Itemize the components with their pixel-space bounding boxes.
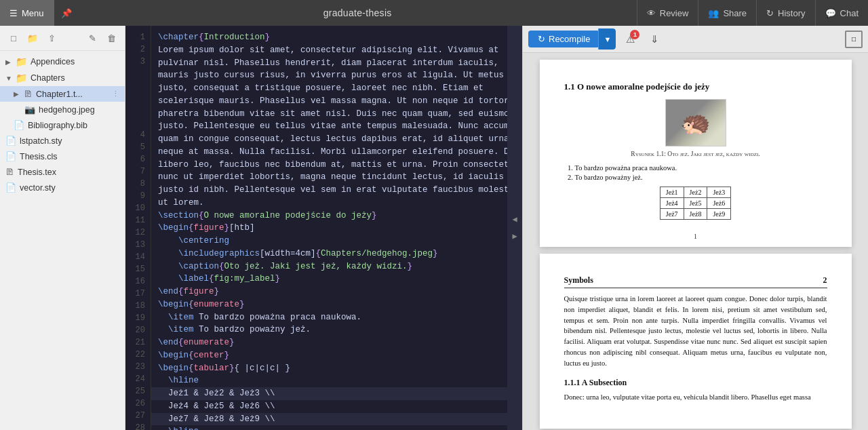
page2-number: 2 [823,275,827,286]
sidebar-item-label: Appendices [31,57,75,66]
sidebar-item-label: Chapter1.t... [36,90,83,99]
section-heading: 1.1 O nowe amoralne podejście do jeży [564,81,827,92]
sidebar-item-thesistex[interactable]: 🖹 Thesis.tex [0,164,125,180]
rename-button[interactable]: ✎ [84,30,100,46]
preview-table: Jeż1 Jeż2 Jeż3 Jeż4 Jeż5 Jeż6 Jeż7 Jeż8 … [660,187,731,220]
upload-button[interactable]: ⇧ [43,30,60,46]
topbar-actions: 👁 Review 👥 Share ↻ History 💬 Chat [637,0,868,26]
file-tree: ▶ 📁 Appendices ▼ 📁 Chapters ▶ 🖹 Chapter1… [0,51,125,430]
menu-label: Menu [22,8,44,18]
editor-side-arrows: ◀ ▶ [507,26,522,430]
line-numbers: 1 2 3 4 5 6 7 8 9 10 11 12 13 14 15 [125,26,151,430]
preview-pages[interactable]: 1.1 O nowe amoralne podejście do jeży Ry… [523,53,868,430]
history-button[interactable]: ↻ History [756,0,814,26]
preview-toolbar: ↻ Recompile ▼ ⚠ 1 ⇓ □ [523,26,868,53]
new-file-button[interactable]: □ [5,30,22,46]
hamburger-icon: ☰ [9,8,18,18]
maximize-preview-button[interactable]: □ [845,31,863,48]
list-item: To bardzo poważna praca naukowa. [575,164,827,172]
subsection-heading: 1.1.1 A Subsection [564,378,827,388]
folder-icon: 📁 [16,56,27,67]
figure-caption-text: Rysunek 1.1: Oto jeż. Jaki jest jeż, każ… [631,151,760,157]
chat-icon: 💬 [825,8,836,18]
preview-page-1: 1.1 O nowe amoralne podejście do jeży Ry… [540,60,852,247]
sidebar-item-label: Bibliography.bib [28,121,87,130]
page2-body: Quisque tristique urna in lorem laoreet … [564,294,827,368]
editor-left-arrow[interactable]: ◀ [512,214,517,224]
share-button[interactable]: 👥 Share [698,0,756,26]
editor-right-arrow[interactable]: ▶ [512,231,517,241]
sidebar-item-appendices[interactable]: ▶ 📁 Appendices [0,54,125,70]
sidebar-item-label: vector.sty [20,183,56,193]
topbar: ☰ Menu 📌 graduate-thesis 👁 Review 👥 Shar… [0,0,868,26]
chat-button[interactable]: 💬 Chat [815,0,868,26]
sidebar-toolbar: □ 📁 ⇧ ✎ 🗑 [0,26,125,51]
sidebar-item-label: Thesis.cls [20,152,58,161]
sidebar-item-hedgehog[interactable]: 📷 hedgehog.jpeg [0,102,125,117]
sidebar-item-chapters[interactable]: ▼ 📁 Chapters [0,70,125,86]
table-cell: Jeż7 [660,209,684,220]
editor-content[interactable]: 1 2 3 4 5 6 7 8 9 10 11 12 13 14 15 [125,26,522,430]
sidebar-item-label: lstpatch.sty [20,136,62,146]
hedgehog-image [665,99,726,146]
table-cell: Jeż2 [684,187,707,198]
code-editor: 1 2 3 4 5 6 7 8 9 10 11 12 13 14 15 [125,26,522,430]
review-button[interactable]: 👁 Review [637,0,698,26]
share-icon: 👥 [708,8,719,18]
expand-icon: ⋮ [112,90,119,98]
sidebar-item-thesiscls[interactable]: 📄 Thesis.cls [0,149,125,164]
download-icon: ⇓ [650,33,659,45]
chevron-right-icon: ▶ [14,90,20,98]
sidebar-item-label: Thesis.tex [18,168,56,177]
sidebar-item-label: hedgehog.jpeg [39,105,95,115]
subsection-body: Donec: urna leo, vulputate vitae porta e… [564,392,827,403]
sidebar: □ 📁 ⇧ ✎ 🗑 ▶ 📁 Appendices ▼ 📁 Chapters ▶ [0,26,125,430]
table-cell: Jeż9 [707,209,731,220]
review-icon: 👁 [647,8,656,18]
tex-file-icon: 🖹 [5,167,14,177]
menu-button[interactable]: ☰ Menu [0,0,54,26]
table-cell: Jeż6 [707,198,731,209]
symbols-title: Symbols [564,275,593,286]
figure-block: Rysunek 1.1: Oto jeż. Jaki jest jeż, każ… [564,99,827,157]
warning-badge: 1 [630,30,639,39]
table-row: Jeż7 Jeż8 Jeż9 [660,209,730,220]
download-button[interactable]: ⇓ [644,29,665,50]
sidebar-item-label: Chapters [31,73,65,83]
app-title: graduate-thesis [79,7,637,18]
enumerate-list: To bardzo poważna praca naukowa. To bard… [575,164,827,181]
pin-button[interactable]: 📌 [54,0,79,26]
pin-icon: 📌 [61,8,72,18]
recompile-button[interactable]: ↻ Recompile [528,31,599,47]
tex-file-icon: 🖹 [24,89,33,99]
new-folder-button[interactable]: 📁 [24,30,41,46]
table-cell: Jeż4 [660,198,684,209]
table-cell: Jeż1 [660,187,684,198]
cls-file-icon: 📄 [5,151,16,161]
chevron-down-icon: ▼ [5,75,12,82]
code-text-area[interactable]: \chapter{Introduction} Lorem ipsum dolor… [151,26,507,430]
table-cell: Jeż5 [684,198,707,209]
preview-page-2: Symbols 2 Quisque tristique urna in lore… [540,254,852,429]
jpeg-file-icon: 📷 [24,104,35,115]
main-layout: □ 📁 ⇧ ✎ 🗑 ▶ 📁 Appendices ▼ 📁 Chapters ▶ [0,26,868,430]
list-item: To bardzo poważny jeż. [575,174,827,181]
sidebar-item-lstpatch[interactable]: 📄 lstpatch.sty [0,133,125,149]
history-icon: ↻ [766,8,774,18]
figure-caption: Rysunek 1.1: Oto jeż. Jaki jest jeż, każ… [631,151,760,157]
delete-button[interactable]: 🗑 [103,30,119,46]
sidebar-item-bibliography[interactable]: 📄 Bibliography.bib [0,117,125,133]
table-cell: Jeż8 [684,209,707,220]
sidebar-item-chapter1[interactable]: ▶ 🖹 Chapter1.t... ⋮ [0,86,125,102]
sty-file-icon: 📄 [5,182,16,193]
sty-file-icon: 📄 [5,136,16,146]
bib-file-icon: 📄 [14,120,24,130]
preview-panel: ↻ Recompile ▼ ⚠ 1 ⇓ □ 1.1 O nowe amoraln… [522,26,868,430]
page-number: 1 [694,233,697,240]
warnings-button[interactable]: ⚠ 1 [620,29,640,50]
recompile-dropdown[interactable]: ▼ [598,28,616,50]
table-row: Jeż1 Jeż2 Jeż3 [660,187,730,198]
chevron-right-icon: ▶ [5,58,12,66]
table-row: Jeż4 Jeż5 Jeż6 [660,198,730,209]
sidebar-item-vectorsty[interactable]: 📄 vector.sty [0,180,125,195]
